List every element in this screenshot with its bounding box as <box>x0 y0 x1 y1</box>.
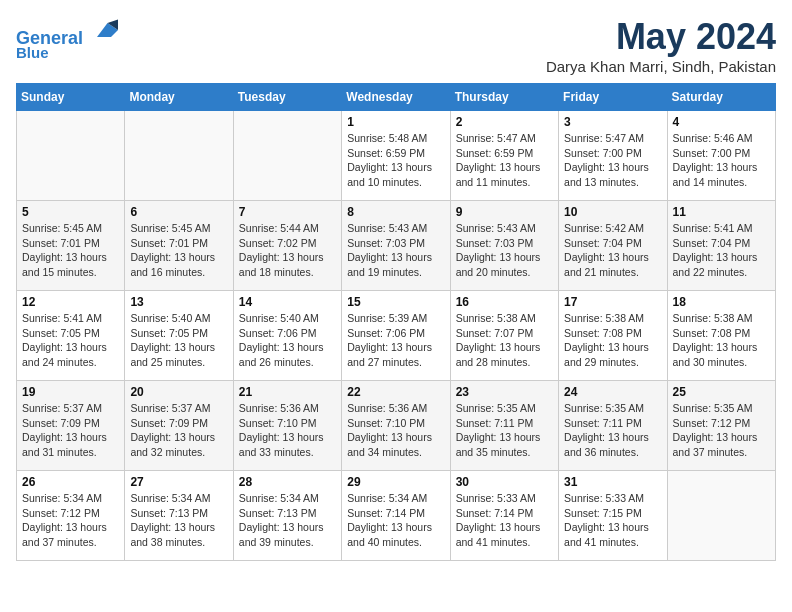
calendar-cell: 14Sunrise: 5:40 AMSunset: 7:06 PMDayligh… <box>233 291 341 381</box>
day-number: 11 <box>673 205 770 219</box>
day-info: Sunrise: 5:40 AMSunset: 7:05 PMDaylight:… <box>130 311 227 370</box>
calendar-cell: 24Sunrise: 5:35 AMSunset: 7:11 PMDayligh… <box>559 381 667 471</box>
day-number: 23 <box>456 385 553 399</box>
day-info: Sunrise: 5:36 AMSunset: 7:10 PMDaylight:… <box>347 401 444 460</box>
day-info: Sunrise: 5:38 AMSunset: 7:08 PMDaylight:… <box>673 311 770 370</box>
calendar-cell <box>233 111 341 201</box>
day-info: Sunrise: 5:45 AMSunset: 7:01 PMDaylight:… <box>130 221 227 280</box>
calendar-cell <box>17 111 125 201</box>
calendar-cell: 26Sunrise: 5:34 AMSunset: 7:12 PMDayligh… <box>17 471 125 561</box>
day-number: 10 <box>564 205 661 219</box>
calendar-cell: 8Sunrise: 5:43 AMSunset: 7:03 PMDaylight… <box>342 201 450 291</box>
calendar-cell: 6Sunrise: 5:45 AMSunset: 7:01 PMDaylight… <box>125 201 233 291</box>
day-number: 17 <box>564 295 661 309</box>
day-info: Sunrise: 5:37 AMSunset: 7:09 PMDaylight:… <box>22 401 119 460</box>
day-info: Sunrise: 5:34 AMSunset: 7:13 PMDaylight:… <box>239 491 336 550</box>
weekday-header-row: SundayMondayTuesdayWednesdayThursdayFrid… <box>17 84 776 111</box>
day-info: Sunrise: 5:42 AMSunset: 7:04 PMDaylight:… <box>564 221 661 280</box>
day-info: Sunrise: 5:38 AMSunset: 7:07 PMDaylight:… <box>456 311 553 370</box>
day-info: Sunrise: 5:34 AMSunset: 7:14 PMDaylight:… <box>347 491 444 550</box>
calendar-cell: 29Sunrise: 5:34 AMSunset: 7:14 PMDayligh… <box>342 471 450 561</box>
location-title: Darya Khan Marri, Sindh, Pakistan <box>546 58 776 75</box>
calendar-cell <box>667 471 775 561</box>
weekday-header-thursday: Thursday <box>450 84 558 111</box>
day-number: 18 <box>673 295 770 309</box>
day-number: 9 <box>456 205 553 219</box>
calendar-cell: 9Sunrise: 5:43 AMSunset: 7:03 PMDaylight… <box>450 201 558 291</box>
calendar-cell: 23Sunrise: 5:35 AMSunset: 7:11 PMDayligh… <box>450 381 558 471</box>
calendar-cell: 16Sunrise: 5:38 AMSunset: 7:07 PMDayligh… <box>450 291 558 381</box>
calendar-cell: 31Sunrise: 5:33 AMSunset: 7:15 PMDayligh… <box>559 471 667 561</box>
day-number: 29 <box>347 475 444 489</box>
weekday-header-sunday: Sunday <box>17 84 125 111</box>
calendar-cell: 30Sunrise: 5:33 AMSunset: 7:14 PMDayligh… <box>450 471 558 561</box>
day-number: 30 <box>456 475 553 489</box>
calendar-cell: 17Sunrise: 5:38 AMSunset: 7:08 PMDayligh… <box>559 291 667 381</box>
day-number: 28 <box>239 475 336 489</box>
day-number: 22 <box>347 385 444 399</box>
day-info: Sunrise: 5:47 AMSunset: 7:00 PMDaylight:… <box>564 131 661 190</box>
day-number: 1 <box>347 115 444 129</box>
weekday-header-wednesday: Wednesday <box>342 84 450 111</box>
day-number: 8 <box>347 205 444 219</box>
calendar-cell: 19Sunrise: 5:37 AMSunset: 7:09 PMDayligh… <box>17 381 125 471</box>
calendar-cell: 18Sunrise: 5:38 AMSunset: 7:08 PMDayligh… <box>667 291 775 381</box>
page-header: General Blue May 2024 Darya Khan Marri, … <box>16 16 776 75</box>
weekday-header-saturday: Saturday <box>667 84 775 111</box>
calendar-cell: 12Sunrise: 5:41 AMSunset: 7:05 PMDayligh… <box>17 291 125 381</box>
calendar-week-3: 12Sunrise: 5:41 AMSunset: 7:05 PMDayligh… <box>17 291 776 381</box>
day-number: 14 <box>239 295 336 309</box>
day-number: 5 <box>22 205 119 219</box>
day-info: Sunrise: 5:39 AMSunset: 7:06 PMDaylight:… <box>347 311 444 370</box>
title-block: May 2024 Darya Khan Marri, Sindh, Pakist… <box>546 16 776 75</box>
calendar-cell: 21Sunrise: 5:36 AMSunset: 7:10 PMDayligh… <box>233 381 341 471</box>
calendar-cell: 11Sunrise: 5:41 AMSunset: 7:04 PMDayligh… <box>667 201 775 291</box>
day-info: Sunrise: 5:33 AMSunset: 7:14 PMDaylight:… <box>456 491 553 550</box>
day-number: 3 <box>564 115 661 129</box>
month-title: May 2024 <box>546 16 776 58</box>
day-info: Sunrise: 5:43 AMSunset: 7:03 PMDaylight:… <box>347 221 444 280</box>
calendar-week-4: 19Sunrise: 5:37 AMSunset: 7:09 PMDayligh… <box>17 381 776 471</box>
calendar-cell: 4Sunrise: 5:46 AMSunset: 7:00 PMDaylight… <box>667 111 775 201</box>
day-number: 19 <box>22 385 119 399</box>
day-number: 6 <box>130 205 227 219</box>
day-info: Sunrise: 5:40 AMSunset: 7:06 PMDaylight:… <box>239 311 336 370</box>
calendar-cell: 2Sunrise: 5:47 AMSunset: 6:59 PMDaylight… <box>450 111 558 201</box>
logo-icon <box>90 16 118 44</box>
day-number: 2 <box>456 115 553 129</box>
calendar-week-5: 26Sunrise: 5:34 AMSunset: 7:12 PMDayligh… <box>17 471 776 561</box>
day-info: Sunrise: 5:35 AMSunset: 7:11 PMDaylight:… <box>564 401 661 460</box>
day-info: Sunrise: 5:38 AMSunset: 7:08 PMDaylight:… <box>564 311 661 370</box>
day-number: 12 <box>22 295 119 309</box>
day-info: Sunrise: 5:48 AMSunset: 6:59 PMDaylight:… <box>347 131 444 190</box>
weekday-header-tuesday: Tuesday <box>233 84 341 111</box>
day-number: 24 <box>564 385 661 399</box>
day-number: 21 <box>239 385 336 399</box>
day-info: Sunrise: 5:44 AMSunset: 7:02 PMDaylight:… <box>239 221 336 280</box>
day-number: 31 <box>564 475 661 489</box>
calendar-cell <box>125 111 233 201</box>
calendar-cell: 25Sunrise: 5:35 AMSunset: 7:12 PMDayligh… <box>667 381 775 471</box>
day-number: 13 <box>130 295 227 309</box>
calendar-cell: 3Sunrise: 5:47 AMSunset: 7:00 PMDaylight… <box>559 111 667 201</box>
calendar-cell: 27Sunrise: 5:34 AMSunset: 7:13 PMDayligh… <box>125 471 233 561</box>
day-number: 25 <box>673 385 770 399</box>
calendar-cell: 20Sunrise: 5:37 AMSunset: 7:09 PMDayligh… <box>125 381 233 471</box>
calendar-week-2: 5Sunrise: 5:45 AMSunset: 7:01 PMDaylight… <box>17 201 776 291</box>
calendar-table: SundayMondayTuesdayWednesdayThursdayFrid… <box>16 83 776 561</box>
day-info: Sunrise: 5:37 AMSunset: 7:09 PMDaylight:… <box>130 401 227 460</box>
day-info: Sunrise: 5:47 AMSunset: 6:59 PMDaylight:… <box>456 131 553 190</box>
calendar-week-1: 1Sunrise: 5:48 AMSunset: 6:59 PMDaylight… <box>17 111 776 201</box>
day-info: Sunrise: 5:41 AMSunset: 7:04 PMDaylight:… <box>673 221 770 280</box>
day-number: 4 <box>673 115 770 129</box>
day-info: Sunrise: 5:34 AMSunset: 7:13 PMDaylight:… <box>130 491 227 550</box>
day-number: 7 <box>239 205 336 219</box>
calendar-cell: 22Sunrise: 5:36 AMSunset: 7:10 PMDayligh… <box>342 381 450 471</box>
calendar-cell: 1Sunrise: 5:48 AMSunset: 6:59 PMDaylight… <box>342 111 450 201</box>
day-info: Sunrise: 5:43 AMSunset: 7:03 PMDaylight:… <box>456 221 553 280</box>
calendar-cell: 28Sunrise: 5:34 AMSunset: 7:13 PMDayligh… <box>233 471 341 561</box>
weekday-header-monday: Monday <box>125 84 233 111</box>
day-info: Sunrise: 5:41 AMSunset: 7:05 PMDaylight:… <box>22 311 119 370</box>
day-number: 20 <box>130 385 227 399</box>
day-info: Sunrise: 5:35 AMSunset: 7:11 PMDaylight:… <box>456 401 553 460</box>
